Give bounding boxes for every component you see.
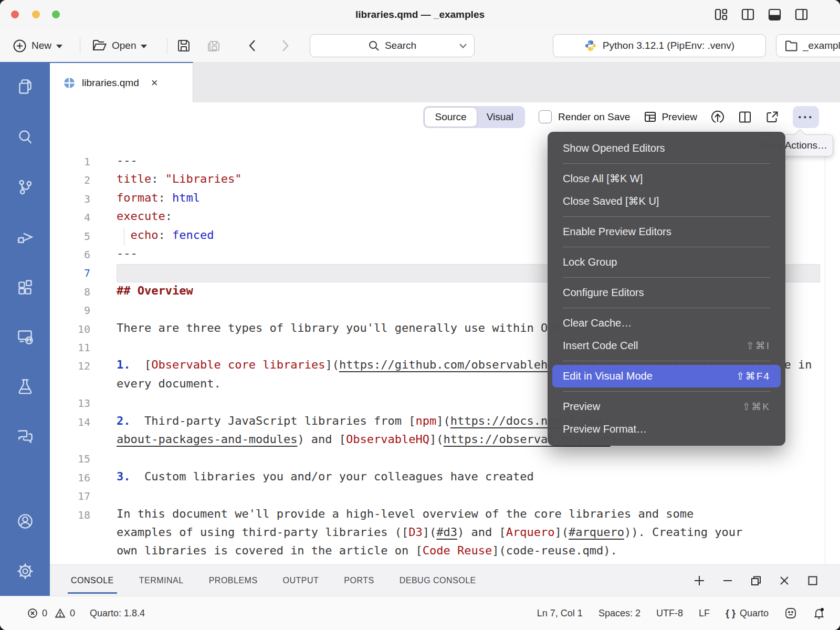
menu-item-edit-in-visual-mode[interactable]: Edit in Visual Mode⇧⌘F4 bbox=[552, 365, 781, 387]
code-line: examples of using third-party libraries … bbox=[117, 526, 742, 539]
menu-item-clear-cache[interactable]: Clear Cache… bbox=[548, 312, 785, 334]
sidebar-item-extensions[interactable] bbox=[0, 261, 50, 311]
error-icon bbox=[27, 608, 38, 618]
menu-separator bbox=[563, 391, 770, 392]
code-line: --- bbox=[117, 154, 138, 167]
menu-item-shortcut: ⇧⌘I bbox=[746, 334, 770, 357]
panel-tab-problems[interactable]: PROBLEMS bbox=[208, 565, 259, 596]
line-number: 6 bbox=[50, 248, 90, 261]
toggle-panel-icon[interactable] bbox=[768, 7, 782, 22]
render-on-save-checkbox[interactable] bbox=[539, 110, 552, 123]
menu-item-close-saved-k-u[interactable]: Close Saved [⌘K U] bbox=[548, 190, 785, 213]
menu-item-label: Clear Cache… bbox=[563, 312, 632, 334]
split-editor-icon[interactable] bbox=[738, 110, 752, 124]
menu-item-insert-code-cell[interactable]: Insert Code Cell⇧⌘I bbox=[548, 334, 785, 357]
more-actions-button[interactable]: ··· bbox=[793, 106, 819, 128]
project-label: _examples bbox=[803, 40, 840, 51]
source-mode-button[interactable]: Source bbox=[425, 108, 476, 127]
interpreter-selector[interactable]: Python 3.12.1 (PipEnv: .venv) bbox=[553, 34, 766, 57]
navigate-back-button[interactable] bbox=[247, 29, 258, 62]
line-number: 10 bbox=[50, 323, 90, 335]
sidebar-item-settings[interactable] bbox=[0, 546, 50, 596]
menu-item-label: Insert Code Cell bbox=[563, 334, 638, 357]
menu-item-enable-preview-editors[interactable]: Enable Preview Editors bbox=[548, 220, 785, 243]
line-number: 14 bbox=[50, 416, 90, 428]
render-on-save-option[interactable]: Render on Save bbox=[539, 110, 630, 123]
split-editor-layout-icon[interactable] bbox=[741, 7, 755, 22]
project-selector[interactable]: _examples bbox=[776, 34, 840, 57]
sidebar-item-testing[interactable] bbox=[0, 361, 50, 411]
encoding-status[interactable]: UTF-8 bbox=[656, 608, 683, 619]
chevron-down-icon bbox=[141, 45, 147, 48]
sidebar-item-run-debug[interactable] bbox=[0, 212, 50, 261]
menu-item-label: Lock Group bbox=[563, 251, 617, 274]
new-button-label: New bbox=[32, 40, 51, 51]
menu-item-label: Configure Editors bbox=[563, 281, 644, 304]
language-mode-status[interactable]: { } Quarto bbox=[726, 608, 769, 619]
close-icon[interactable]: × bbox=[151, 76, 158, 90]
menu-item-show-opened-editors[interactable]: Show Opened Editors bbox=[548, 137, 785, 160]
app-window: libraries.qmd — _examples New Open bbox=[0, 0, 840, 630]
sidebar-item-remote-explorer[interactable] bbox=[0, 311, 50, 361]
sidebar-item-explorer[interactable] bbox=[0, 62, 50, 112]
line-number: 17 bbox=[50, 490, 90, 502]
chevron-down-icon bbox=[459, 44, 467, 48]
new-console-icon[interactable] bbox=[693, 574, 706, 587]
save-button[interactable] bbox=[176, 29, 191, 62]
line-number: 2 bbox=[50, 174, 90, 186]
indentation-status[interactable]: Spaces: 2 bbox=[598, 608, 640, 619]
code-line: execute: bbox=[117, 209, 172, 223]
quarto-icon bbox=[64, 77, 75, 89]
menu-item-preview-format[interactable]: Preview Format… bbox=[548, 418, 785, 440]
maximize-panel-icon[interactable] bbox=[806, 574, 819, 587]
preview-button[interactable]: Preview bbox=[644, 110, 697, 123]
open-in-new-window-icon[interactable] bbox=[765, 110, 779, 124]
restore-panel-icon[interactable] bbox=[750, 574, 762, 587]
chevron-down-icon bbox=[56, 45, 62, 48]
line-number: 16 bbox=[50, 471, 90, 484]
title-bar: libraries.qmd — _examples bbox=[0, 0, 840, 30]
problems-status[interactable]: 0 0 bbox=[27, 608, 75, 619]
menu-item-configure-editors[interactable]: Configure Editors bbox=[548, 281, 785, 304]
panel-tab-output[interactable]: OUTPUT bbox=[282, 565, 320, 596]
tab-libraries-qmd[interactable]: libraries.qmd × bbox=[50, 62, 193, 102]
sidebar-item-source-control[interactable] bbox=[0, 162, 50, 212]
open-button[interactable]: Open bbox=[92, 29, 147, 62]
code-line: There are three types of library you'll … bbox=[117, 321, 569, 334]
sidebar-item-comments[interactable] bbox=[0, 411, 50, 461]
panel-tab-ports[interactable]: PORTS bbox=[343, 565, 375, 596]
line-number: 7 bbox=[50, 267, 90, 279]
sidebar-item-search[interactable] bbox=[0, 112, 50, 162]
quarto-version-status[interactable]: Quarto: 1.8.4 bbox=[90, 608, 145, 619]
menu-item-preview[interactable]: Preview⇧⌘K bbox=[548, 395, 785, 418]
menu-item-label: Preview bbox=[563, 395, 600, 418]
cursor-position-status[interactable]: Ln 7, Col 1 bbox=[537, 608, 583, 619]
search-input[interactable]: Search bbox=[310, 34, 475, 57]
menu-separator bbox=[563, 308, 770, 308]
eol-status[interactable]: LF bbox=[699, 608, 710, 619]
minimize-panel-icon[interactable] bbox=[721, 574, 734, 587]
render-on-save-label: Render on Save bbox=[558, 111, 630, 123]
publish-icon[interactable] bbox=[711, 110, 724, 124]
error-count: 0 bbox=[42, 608, 47, 619]
new-button[interactable]: New bbox=[13, 29, 62, 62]
main-toolbar: New Open Search bbox=[0, 29, 840, 62]
feedback-smiley-icon[interactable] bbox=[784, 607, 797, 620]
save-all-button[interactable] bbox=[206, 29, 222, 62]
menu-item-close-all-k-w[interactable]: Close All [⌘K W] bbox=[548, 167, 785, 190]
toggle-secondary-sidebar-icon[interactable] bbox=[794, 7, 808, 22]
notifications-bell-icon[interactable] bbox=[813, 607, 825, 620]
panel-tab-console[interactable]: CONSOLE bbox=[70, 565, 115, 596]
menu-item-label: Close Saved [⌘K U] bbox=[563, 190, 659, 213]
code-line: title: "Libraries" bbox=[117, 172, 242, 185]
toolbar-divider bbox=[167, 38, 167, 54]
menu-item-label: Preview Format… bbox=[563, 418, 647, 440]
close-panel-icon[interactable] bbox=[778, 574, 791, 587]
sidebar-item-account[interactable] bbox=[0, 496, 50, 546]
menu-item-lock-group[interactable]: Lock Group bbox=[548, 251, 785, 274]
panel-tab-terminal[interactable]: TERMINAL bbox=[138, 565, 185, 596]
customize-layout-icon[interactable] bbox=[714, 7, 728, 22]
navigate-forward-button[interactable] bbox=[279, 29, 291, 62]
panel-tab-debug-console[interactable]: DEBUG CONSOLE bbox=[398, 565, 477, 596]
visual-mode-button[interactable]: Visual bbox=[477, 108, 523, 127]
